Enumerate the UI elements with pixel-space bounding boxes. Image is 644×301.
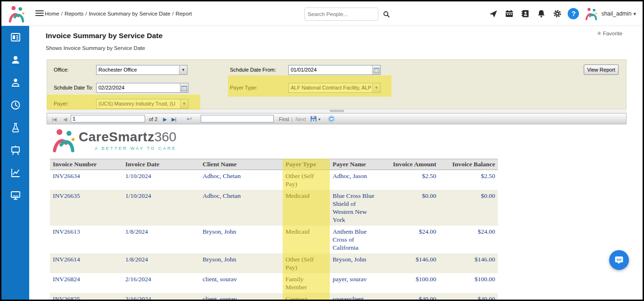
page-number-input[interactable]: [71, 115, 145, 122]
cell-payer-name: Bryson, John: [330, 253, 389, 273]
payer-type-select[interactable]: ALF National Contract Facility, ALP ▼: [288, 83, 381, 93]
last-page-button[interactable]: ▶|: [171, 116, 176, 122]
office-select-value: Rochester Office: [97, 65, 179, 74]
caregiver-person-icon: [10, 54, 21, 65]
report-search-input[interactable]: [201, 115, 274, 122]
breadcrumb-separator: /: [172, 11, 174, 16]
presentation-board-icon: [10, 145, 21, 156]
people-search: [304, 8, 378, 21]
brand-suffix: 360: [155, 130, 177, 145]
cell-invoice-number: INV26613: [50, 226, 122, 253]
caresmartz-logo-icon: [7, 4, 26, 23]
cell-invoice-date: 1/8/2024: [122, 253, 200, 273]
analytics-chart-icon: [10, 167, 21, 179]
sidebar-item-kiosk[interactable]: [1, 184, 29, 207]
calendar-picker-icon[interactable]: [372, 65, 380, 74]
chat-launcher-button[interactable]: [609, 250, 629, 270]
office-select[interactable]: Rochester Office ▼: [96, 65, 187, 75]
breadcrumb-separator: /: [85, 11, 87, 16]
breadcrumb-reports[interactable]: Reports: [65, 11, 83, 16]
announcement-icon[interactable]: [485, 6, 501, 22]
user-menu[interactable]: shail_admin ▾: [584, 7, 636, 21]
breadcrumb-separator: /: [61, 11, 63, 16]
calendar-icon[interactable]: [501, 6, 517, 22]
sidebar-item-dashboard[interactable]: [1, 26, 29, 49]
sidebar-item-reports[interactable]: [1, 162, 29, 184]
calendar-picker-icon[interactable]: [180, 83, 188, 92]
search-icon[interactable]: [383, 11, 390, 18]
cell-invoice-date: 2/16/2024: [122, 293, 200, 301]
settings-gear-icon[interactable]: [549, 6, 565, 22]
sidebar-item-clients[interactable]: [1, 71, 29, 94]
export-button[interactable]: ▾: [310, 115, 320, 123]
top-bar: Home/Reports/Invoice Summary by Service …: [1, 1, 643, 26]
chat-bubble-icon: [614, 255, 624, 265]
payer-type-text: Other (Self Pay): [285, 172, 323, 188]
search-input[interactable]: [305, 11, 383, 17]
office-label: Office:: [54, 67, 69, 73]
splitter-handle[interactable]: [330, 110, 344, 112]
app-window: Home/Reports/Invoice Summary by Service …: [0, 0, 644, 301]
hamburger-menu-icon[interactable]: [35, 10, 44, 17]
cell-payer-name: Blue Cross Blue Shield of Western New Yo…: [330, 190, 389, 226]
first-page-button[interactable]: |◀: [52, 116, 56, 122]
breadcrumb-invoice-summary[interactable]: Invoice Summary by Service Date: [89, 11, 170, 16]
header-invoice-amount: Invoice Amount: [389, 159, 439, 170]
cell-invoice-balance: $100.00: [439, 273, 498, 293]
table-row: INV26614 1/8/2024 Bryson, John Other (Se…: [50, 253, 498, 273]
payer-name-text: Adhoc, Jason: [333, 172, 367, 180]
cell-invoice-number: INV26635: [50, 190, 122, 226]
cell-invoice-amount: $40.00: [389, 293, 439, 301]
invoice-summary-table: Invoice Number Invoice Date Client Name …: [50, 159, 498, 301]
help-icon[interactable]: ?: [565, 6, 581, 22]
report-viewer-toolbar: |◀ ◀ of 2 ▶ ▶| ↩ Find | Next ▾: [47, 113, 627, 124]
cell-invoice-amount: $24.00: [389, 226, 439, 253]
sidebar-item-quality-assurance[interactable]: [1, 116, 29, 139]
next-page-button[interactable]: ▶: [163, 116, 166, 122]
help-question-mark: ?: [568, 8, 579, 19]
payer-select[interactable]: (UCS) Masonry Industry Trust, (U ▼: [96, 99, 188, 109]
star-icon: ★: [596, 30, 602, 37]
find-link[interactable]: Find: [279, 116, 289, 122]
report-brand: CareSmartz 360 A BETTER WAY TO CARE: [50, 127, 177, 153]
breadcrumb-home[interactable]: Home: [45, 11, 59, 16]
monitor-icon: [10, 190, 21, 201]
view-report-button[interactable]: View Report: [584, 65, 619, 75]
clock-icon: [10, 99, 21, 111]
schedule-date-to-label: Schdule Date To:: [54, 85, 93, 90]
cell-payer-name: Adhoc, Jason: [330, 170, 389, 190]
cell-payer-type: Other (Self Pay): [283, 253, 330, 273]
cell-invoice-amount: $0.00: [389, 190, 439, 226]
cell-invoice-amount: $146.00: [389, 253, 439, 273]
schedule-date-to-input[interactable]: 02/22/2024: [96, 83, 188, 93]
cell-invoice-balance: $2.50: [439, 170, 498, 190]
flask-icon: [10, 122, 21, 133]
sidebar-item-office[interactable]: [1, 139, 29, 162]
payer-name-text: Bryson, John: [333, 255, 366, 263]
next-link[interactable]: Next: [295, 116, 306, 122]
sidebar-item-caregivers[interactable]: [1, 49, 29, 71]
username-label: shail_admin: [601, 10, 631, 17]
table-row: INV26824 2/16/2024 client, sourav Family…: [50, 273, 498, 293]
cell-invoice-balance: $0.00: [439, 190, 498, 226]
payer-type-text: Contract: [285, 295, 308, 301]
previous-page-button[interactable]: ◀: [63, 116, 66, 122]
payer-name-text: Anthem Blue Cross of California: [333, 228, 377, 252]
notifications-bell-icon[interactable]: [533, 6, 549, 22]
schedule-date-from-input[interactable]: 01/01/2024: [288, 65, 381, 75]
cell-client-name: Bryson, John: [200, 226, 283, 253]
cell-invoice-date: 2/16/2024: [122, 273, 200, 293]
cell-invoice-balance: $40.00: [439, 293, 498, 301]
dropdown-arrow-icon: ▼: [180, 99, 188, 108]
favorite-button[interactable]: ★ Favorite: [596, 30, 622, 37]
contacts-icon[interactable]: [517, 6, 533, 22]
breadcrumb: Home/Reports/Invoice Summary by Service …: [45, 11, 192, 16]
sidebar-item-scheduler[interactable]: [1, 94, 29, 116]
payer-type-text: Other (Self Pay): [285, 255, 323, 271]
refresh-button[interactable]: [328, 115, 335, 123]
back-to-parent-icon[interactable]: ↩: [187, 115, 192, 122]
chevron-down-icon: ▾: [633, 11, 636, 17]
refresh-icon: [328, 115, 335, 122]
payer-select-value: (UCS) Masonry Industry Trust, (U: [97, 99, 180, 108]
breadcrumb-report[interactable]: Report: [176, 11, 192, 16]
